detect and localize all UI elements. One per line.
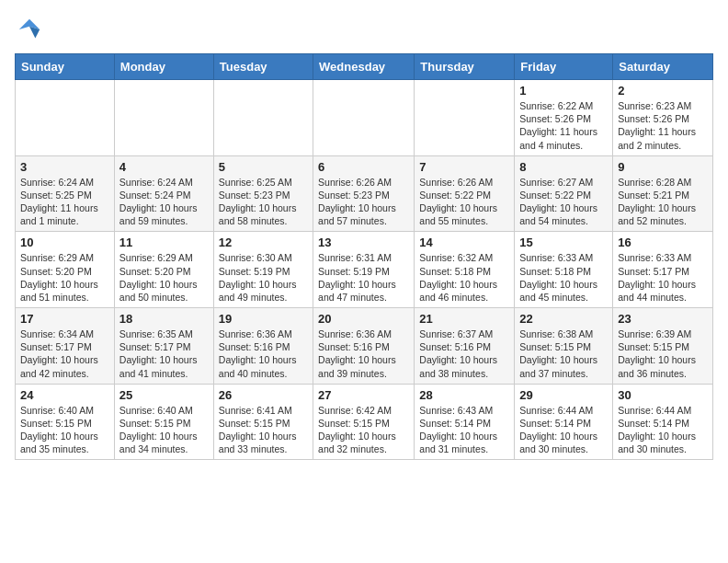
calendar-cell: 3Sunrise: 6:24 AM Sunset: 5:25 PM Daylig…	[16, 155, 115, 232]
day-number: 14	[419, 236, 509, 249]
calendar-cell: 23Sunrise: 6:39 AM Sunset: 5:15 PM Dayli…	[613, 308, 713, 385]
day-number: 27	[318, 388, 409, 402]
day-number: 29	[519, 388, 608, 402]
calendar-header-row: SundayMondayTuesdayWednesdayThursdayFrid…	[16, 54, 713, 80]
calendar-cell: 17Sunrise: 6:34 AM Sunset: 5:17 PM Dayli…	[16, 308, 115, 385]
calendar-cell: 30Sunrise: 6:44 AM Sunset: 5:14 PM Dayli…	[613, 384, 713, 460]
day-header-monday: Monday	[114, 54, 213, 80]
day-number: 24	[20, 388, 109, 402]
day-number: 4	[119, 160, 209, 174]
calendar-cell: 16Sunrise: 6:33 AM Sunset: 5:17 PM Dayli…	[613, 232, 713, 308]
calendar-cell: 27Sunrise: 6:42 AM Sunset: 5:15 PM Dayli…	[313, 384, 415, 460]
calendar-cell: 1Sunrise: 6:22 AM Sunset: 5:26 PM Daylig…	[515, 80, 613, 156]
day-info: Sunrise: 6:24 AM Sunset: 5:24 PM Dayligh…	[119, 176, 209, 228]
day-number: 19	[219, 312, 308, 326]
calendar-week-row: 3Sunrise: 6:24 AM Sunset: 5:25 PM Daylig…	[16, 155, 713, 232]
day-info: Sunrise: 6:26 AM Sunset: 5:23 PM Dayligh…	[318, 176, 409, 228]
day-header-wednesday: Wednesday	[313, 54, 415, 80]
calendar-cell: 19Sunrise: 6:36 AM Sunset: 5:16 PM Dayli…	[213, 308, 313, 385]
day-info: Sunrise: 6:42 AM Sunset: 5:15 PM Dayligh…	[318, 404, 409, 456]
day-info: Sunrise: 6:44 AM Sunset: 5:14 PM Dayligh…	[618, 404, 708, 456]
calendar-cell: 10Sunrise: 6:29 AM Sunset: 5:20 PM Dayli…	[16, 232, 115, 308]
day-info: Sunrise: 6:37 AM Sunset: 5:16 PM Dayligh…	[419, 327, 509, 380]
calendar-cell: 24Sunrise: 6:40 AM Sunset: 5:15 PM Dayli…	[16, 384, 115, 460]
logo-icon	[15, 15, 44, 44]
calendar-cell: 29Sunrise: 6:44 AM Sunset: 5:14 PM Dayli…	[515, 384, 613, 460]
day-number: 20	[318, 312, 409, 326]
day-number: 28	[419, 388, 509, 402]
day-info: Sunrise: 6:33 AM Sunset: 5:17 PM Dayligh…	[618, 251, 708, 304]
day-info: Sunrise: 6:38 AM Sunset: 5:15 PM Dayligh…	[519, 327, 608, 380]
calendar-cell: 8Sunrise: 6:27 AM Sunset: 5:22 PM Daylig…	[515, 155, 613, 232]
calendar-cell: 12Sunrise: 6:30 AM Sunset: 5:19 PM Dayli…	[213, 232, 313, 308]
calendar-cell: 9Sunrise: 6:28 AM Sunset: 5:21 PM Daylig…	[613, 155, 713, 232]
day-number: 18	[119, 312, 209, 326]
day-number: 21	[419, 312, 509, 326]
calendar-cell	[313, 80, 415, 156]
calendar-table: SundayMondayTuesdayWednesdayThursdayFrid…	[15, 53, 713, 460]
day-header-tuesday: Tuesday	[213, 54, 313, 80]
logo	[15, 15, 48, 44]
calendar-cell	[16, 80, 115, 156]
day-number: 9	[618, 160, 708, 174]
day-info: Sunrise: 6:25 AM Sunset: 5:23 PM Dayligh…	[219, 176, 308, 228]
calendar-cell: 4Sunrise: 6:24 AM Sunset: 5:24 PM Daylig…	[114, 155, 213, 232]
day-info: Sunrise: 6:33 AM Sunset: 5:18 PM Dayligh…	[519, 251, 608, 304]
day-number: 26	[219, 388, 308, 402]
calendar-week-row: 1Sunrise: 6:22 AM Sunset: 5:26 PM Daylig…	[16, 80, 713, 156]
day-number: 2	[618, 84, 708, 98]
calendar-cell: 7Sunrise: 6:26 AM Sunset: 5:22 PM Daylig…	[415, 155, 515, 232]
day-number: 7	[419, 160, 509, 174]
day-number: 11	[119, 236, 209, 249]
day-number: 15	[519, 236, 608, 249]
day-number: 8	[519, 160, 608, 174]
day-info: Sunrise: 6:35 AM Sunset: 5:17 PM Dayligh…	[119, 327, 209, 380]
day-info: Sunrise: 6:36 AM Sunset: 5:16 PM Dayligh…	[219, 327, 308, 380]
day-number: 5	[219, 160, 308, 174]
day-info: Sunrise: 6:40 AM Sunset: 5:15 PM Dayligh…	[119, 404, 209, 456]
svg-marker-0	[19, 19, 40, 29]
day-number: 17	[20, 312, 109, 326]
calendar-cell: 14Sunrise: 6:32 AM Sunset: 5:18 PM Dayli…	[415, 232, 515, 308]
day-info: Sunrise: 6:41 AM Sunset: 5:15 PM Dayligh…	[219, 404, 308, 456]
day-info: Sunrise: 6:34 AM Sunset: 5:17 PM Dayligh…	[20, 327, 109, 380]
calendar-cell	[415, 80, 515, 156]
day-info: Sunrise: 6:24 AM Sunset: 5:25 PM Dayligh…	[20, 176, 109, 228]
day-number: 6	[318, 160, 409, 174]
day-number: 12	[219, 236, 308, 249]
calendar-cell	[213, 80, 313, 156]
day-info: Sunrise: 6:26 AM Sunset: 5:22 PM Dayligh…	[419, 176, 509, 228]
day-number: 23	[618, 312, 708, 326]
day-number: 25	[119, 388, 209, 402]
day-info: Sunrise: 6:22 AM Sunset: 5:26 PM Dayligh…	[519, 99, 608, 152]
day-number: 30	[618, 388, 708, 402]
day-header-saturday: Saturday	[613, 54, 713, 80]
day-header-friday: Friday	[515, 54, 613, 80]
day-info: Sunrise: 6:44 AM Sunset: 5:14 PM Dayligh…	[519, 404, 608, 456]
day-info: Sunrise: 6:23 AM Sunset: 5:26 PM Dayligh…	[618, 99, 708, 152]
calendar-week-row: 10Sunrise: 6:29 AM Sunset: 5:20 PM Dayli…	[16, 232, 713, 308]
day-info: Sunrise: 6:40 AM Sunset: 5:15 PM Dayligh…	[20, 404, 109, 456]
day-info: Sunrise: 6:43 AM Sunset: 5:14 PM Dayligh…	[419, 404, 509, 456]
day-info: Sunrise: 6:28 AM Sunset: 5:21 PM Dayligh…	[618, 176, 708, 228]
calendar-cell: 28Sunrise: 6:43 AM Sunset: 5:14 PM Dayli…	[415, 384, 515, 460]
calendar-cell: 26Sunrise: 6:41 AM Sunset: 5:15 PM Dayli…	[213, 384, 313, 460]
calendar-cell: 22Sunrise: 6:38 AM Sunset: 5:15 PM Dayli…	[515, 308, 613, 385]
calendar-cell: 2Sunrise: 6:23 AM Sunset: 5:26 PM Daylig…	[613, 80, 713, 156]
day-info: Sunrise: 6:27 AM Sunset: 5:22 PM Dayligh…	[519, 176, 608, 228]
day-number: 10	[20, 236, 109, 249]
day-info: Sunrise: 6:30 AM Sunset: 5:19 PM Dayligh…	[219, 251, 308, 304]
day-number: 1	[519, 84, 608, 98]
calendar-week-row: 17Sunrise: 6:34 AM Sunset: 5:17 PM Dayli…	[16, 308, 713, 385]
day-info: Sunrise: 6:36 AM Sunset: 5:16 PM Dayligh…	[318, 327, 409, 380]
calendar-cell: 11Sunrise: 6:29 AM Sunset: 5:20 PM Dayli…	[114, 232, 213, 308]
day-number: 16	[618, 236, 708, 249]
calendar-cell: 5Sunrise: 6:25 AM Sunset: 5:23 PM Daylig…	[213, 155, 313, 232]
calendar-week-row: 24Sunrise: 6:40 AM Sunset: 5:15 PM Dayli…	[16, 384, 713, 460]
day-info: Sunrise: 6:29 AM Sunset: 5:20 PM Dayligh…	[119, 251, 209, 304]
day-number: 3	[20, 160, 109, 174]
day-info: Sunrise: 6:39 AM Sunset: 5:15 PM Dayligh…	[618, 327, 708, 380]
page-header	[15, 15, 713, 44]
day-info: Sunrise: 6:29 AM Sunset: 5:20 PM Dayligh…	[20, 251, 109, 304]
day-number: 22	[519, 312, 608, 326]
